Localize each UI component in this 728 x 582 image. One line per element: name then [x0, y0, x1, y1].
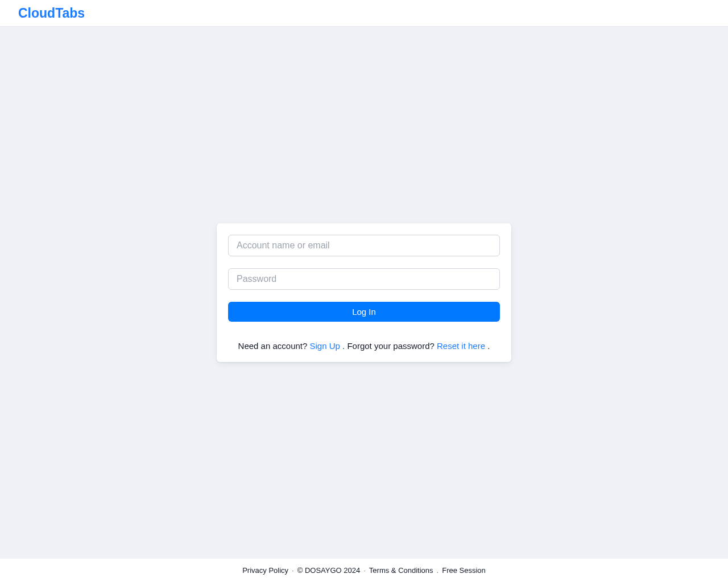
main: Log In Need an account? Sign Up . Forgot… — [0, 27, 728, 559]
account-input[interactable] — [228, 235, 500, 256]
footer: Privacy Policy · © DOSAYGO 2024 · Terms … — [0, 559, 728, 582]
login-button[interactable]: Log In — [228, 302, 500, 322]
forgot-password-text: Forgot your password? — [347, 341, 437, 351]
need-account-text: Need an account? — [238, 341, 310, 351]
spacer — [228, 256, 500, 268]
free-session-link[interactable]: Free Session — [442, 566, 486, 575]
password-input[interactable] — [228, 268, 500, 290]
login-card: Log In Need an account? Sign Up . Forgot… — [217, 223, 511, 362]
brand-logo[interactable]: CloudTabs — [18, 6, 85, 21]
helper-text: Need an account? Sign Up . Forgot your p… — [228, 341, 500, 351]
header: CloudTabs — [0, 0, 728, 27]
reset-password-link[interactable]: Reset it here — [437, 341, 485, 351]
terms-link[interactable]: Terms & Conditions — [369, 566, 433, 575]
copyright-text: © DOSAYGO 2024 — [297, 566, 361, 575]
privacy-policy-link[interactable]: Privacy Policy — [242, 566, 288, 575]
separator: . — [487, 341, 490, 351]
signup-link[interactable]: Sign Up — [310, 341, 340, 351]
separator: . — [437, 566, 439, 575]
separator: · — [363, 566, 366, 575]
separator: · — [292, 566, 294, 575]
